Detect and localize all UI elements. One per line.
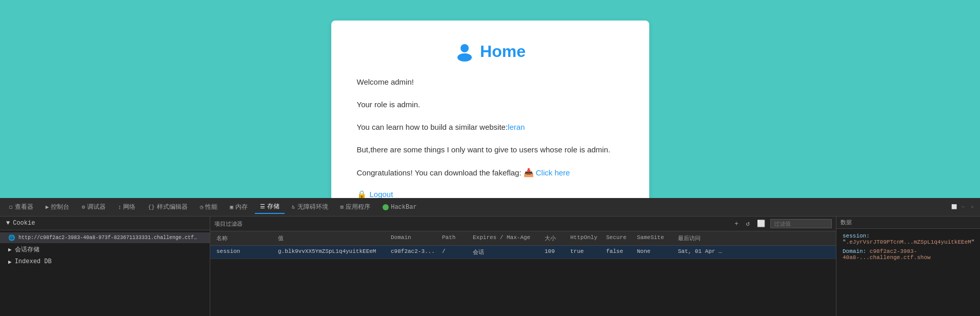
table-header: 名称 值 Domain Path Expires / Max-Age 大小 Ht…: [210, 231, 836, 246]
minimize-button[interactable]: ⬜: [950, 204, 957, 211]
page-title: Home: [480, 42, 526, 61]
hackbar-dot-icon: [383, 204, 389, 210]
devtools-tab-storage[interactable]: ☰ 存储: [255, 200, 285, 214]
logout-icon: 🔒: [357, 190, 367, 199]
sidebar-item-url[interactable]: 🌐 http://c98f2ac2-3983-40a8-973f-8236711…: [0, 232, 210, 243]
table-row[interactable]: session g.blk9vvXX5YmZSpL1q4yuitkEEeM c9…: [210, 246, 836, 259]
filter-input[interactable]: [770, 219, 832, 228]
devtools-right-panel: 数据 session: ".eJyrVsrJT09PTcnM...mZSpL1q…: [836, 216, 980, 316]
globe-icon: 🌐: [8, 234, 15, 241]
devtools-toolbar: ◻ 查看器 ▶ 控制台 ⚙ 调试器 ↕ 网络 {} 样式编辑器 ◷ 性能 ▣ 内…: [0, 198, 980, 216]
devtools-panel: ◻ 查看器 ▶ 控制台 ⚙ 调试器 ↕ 网络 {} 样式编辑器 ◷ 性能 ▣ 内…: [0, 198, 980, 316]
devtools-content: ▼ Cookie 🌐 http://c98f2ac2-3983-40a8-973…: [0, 216, 980, 316]
export-icon[interactable]: ⬜: [755, 219, 767, 229]
logout-row[interactable]: 🔒 Logout: [357, 190, 624, 199]
svg-point-1: [457, 53, 472, 62]
console-icon: ▶: [46, 204, 49, 210]
devtools-middle-panel: 项目过滤器 + ↺ ⬜ 名称 值 Domain Path Expires / M…: [210, 216, 836, 316]
devtools-table: 名称 值 Domain Path Expires / Max-Age 大小 Ht…: [210, 231, 836, 316]
close-button[interactable]: ✕: [969, 204, 976, 211]
style-editor-icon: {}: [148, 204, 154, 210]
accessibility-icon: ♿: [292, 204, 295, 210]
arrow-icon-2: ▶: [8, 259, 12, 265]
devtools-tab-network[interactable]: ↕ 网络: [113, 201, 141, 213]
learn-link[interactable]: leran: [508, 123, 525, 131]
collapse-icon: ▼: [6, 220, 10, 227]
window-controls: ⬜ ⋯ ✕: [950, 204, 976, 211]
devtools-left-panel: ▼ Cookie 🌐 http://c98f2ac2-3983-40a8-973…: [0, 216, 210, 316]
devtools-right-filter: 数据: [836, 216, 980, 229]
devtools-tab-hackbar[interactable]: HackBar: [377, 202, 422, 213]
storage-icon: ☰: [260, 203, 265, 210]
filter-label: 项目过滤器: [214, 220, 243, 228]
click-here-link[interactable]: 📥 Click here: [524, 166, 570, 180]
refresh-icon[interactable]: ↺: [744, 219, 752, 229]
devtools-tab-performance[interactable]: ◷ 性能: [195, 201, 223, 213]
devtools-tab-debugger[interactable]: ⚙ 调试器: [76, 201, 111, 213]
devtools-tab-console[interactable]: ▶ 控制台: [41, 201, 75, 213]
arrow-icon: ▶: [8, 246, 12, 253]
devtools-left-header: ▼ Cookie: [0, 216, 210, 230]
card-body: Welcome admin! Your role is admin. You c…: [357, 76, 624, 199]
memory-icon: ▣: [230, 204, 233, 210]
svg-point-0: [461, 44, 469, 52]
viewer-icon: ◻: [9, 204, 13, 210]
network-icon: ↕: [118, 204, 122, 210]
devtools-tab-accessibility[interactable]: ♿ 无障碍环境: [287, 201, 333, 213]
toolbar-icons: + ↺ ⬜: [732, 219, 832, 229]
role-text: Your role is admin.: [357, 98, 624, 111]
performance-icon: ◷: [200, 204, 204, 210]
maximize-button[interactable]: ⋯: [959, 204, 967, 211]
devtools-tab-viewer[interactable]: ◻ 查看器: [4, 201, 38, 213]
download-icon: 📥: [524, 166, 534, 180]
congrats-text: Congratulations! You can download the fa…: [357, 166, 624, 180]
devtools-tab-memory[interactable]: ▣ 内存: [225, 201, 253, 213]
add-icon[interactable]: +: [732, 219, 741, 229]
learn-text: You can learn how to build a similar web…: [357, 121, 624, 133]
devtools-middle-toolbar: 项目过滤器 + ↺ ⬜: [210, 216, 836, 231]
devtools-left-items: 🌐 http://c98f2ac2-3983-40a8-973f-8236711…: [0, 230, 210, 269]
application-icon: ⊞: [341, 204, 344, 210]
page-background: Home Welcome admin! Your role is admin. …: [0, 0, 980, 200]
welcome-text: Welcome admin!: [357, 76, 624, 88]
user-icon: [454, 41, 475, 62]
card-header: Home: [357, 41, 624, 62]
sidebar-item-indexeddb[interactable]: ▶ Indexed DB: [0, 256, 210, 267]
devtools-tab-application[interactable]: ⊞ 应用程序: [335, 201, 376, 213]
session-key-value: session: ".eJyrVsrJT09PTcnM...mZSpL1q4yu…: [843, 233, 974, 245]
devtools-tab-style-editor[interactable]: {} 样式编辑器: [143, 201, 192, 213]
debugger-icon: ⚙: [82, 204, 85, 210]
data-label: 数据: [841, 219, 852, 226]
domain-key-value: Domain: c98f2ac2-3983-40a8-...challenge.…: [843, 248, 974, 261]
devtools-right-content: session: ".eJyrVsrJT09PTcnM...mZSpL1q4yu…: [836, 229, 980, 268]
sidebar-item-session-storage[interactable]: ▶ 会话存储: [0, 243, 210, 256]
main-card: Home Welcome admin! Your role is admin. …: [331, 21, 649, 214]
admin-text: But,there are some things I only want to…: [357, 144, 624, 156]
